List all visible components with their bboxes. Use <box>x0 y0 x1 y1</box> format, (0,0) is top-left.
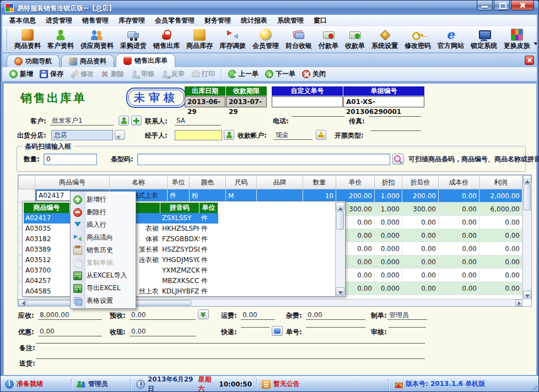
receivable-value[interactable]: 8,000.00 <box>38 311 102 320</box>
pick-customer-button[interactable] <box>118 116 129 126</box>
menu-item-copy-doc[interactable]: 复制单据 <box>71 257 136 269</box>
tab-close-button[interactable] <box>525 56 534 65</box>
toolbar-item-system-settings[interactable]: 系统设置 <box>368 27 401 52</box>
scroll-down-button[interactable] <box>336 287 344 296</box>
cost-cell[interactable]: 0.00 <box>439 269 479 282</box>
branch-field[interactable]: 总店 <box>51 130 113 140</box>
discount-cell[interactable]: 1.000 <box>375 189 402 203</box>
vscroll-thumb[interactable] <box>336 211 344 230</box>
custom-no-value[interactable] <box>272 96 343 107</box>
tab-goods-info[interactable]: 商品资料 <box>61 55 114 67</box>
col-price[interactable]: 单价 <box>336 176 375 189</box>
close-bill-button[interactable]: 关闭 <box>299 68 329 80</box>
menu-item-basic-info[interactable]: 基本信息 <box>4 15 41 26</box>
menu-item-system-mgmt[interactable]: 系统管理 <box>272 15 309 26</box>
toolbar-item-member-mgmt[interactable]: 会员管理 <box>249 27 282 52</box>
final-price-cell[interactable]: 0.00 <box>402 216 439 229</box>
fax-field[interactable] <box>369 116 421 117</box>
cost-cell[interactable]: 0.00 <box>439 282 479 295</box>
final-price-cell[interactable]: 0.00 <box>402 242 439 255</box>
qty-cell[interactable]: 10 <box>303 189 336 203</box>
discount-cell[interactable]: 1.000 <box>375 203 402 216</box>
profit-cell[interactable]: 0.00 <box>479 282 522 295</box>
handler-field[interactable] <box>175 130 222 140</box>
toolbar-item-supplier-info[interactable]: 供应商资料 <box>77 27 117 52</box>
maximize-button[interactable] <box>494 1 510 10</box>
barcode-input[interactable] <box>137 154 390 165</box>
scroll-down-button[interactable] <box>523 291 531 299</box>
profit-cell[interactable]: 0.00 <box>479 242 522 255</box>
cost-cell[interactable]: 0.00 <box>439 255 479 269</box>
cost-cell[interactable]: 0.00 <box>439 242 479 255</box>
misc-value[interactable]: 0.00 <box>306 311 365 320</box>
resize-grip[interactable] <box>530 383 537 390</box>
maker-value[interactable]: 管理员 <box>387 311 427 320</box>
scan-qty-input[interactable]: 0 <box>44 154 97 165</box>
menu-item-purchase-mgmt[interactable]: 进货管理 <box>41 15 77 26</box>
color-cell[interactable]: 粉 <box>190 189 226 203</box>
discount-cell[interactable]: 0.000 <box>375 282 402 295</box>
menu-item-delete-row[interactable]: 删除行 <box>71 206 136 219</box>
menu-item-excel-export[interactable]: 导出EXCEL <box>71 282 136 295</box>
menu-item-inventory-mgmt[interactable]: 库存管理 <box>114 15 150 26</box>
freight-value[interactable]: 0.00 <box>241 311 275 320</box>
scan-search-button[interactable] <box>392 154 404 165</box>
stockout-date-value[interactable]: 2013-06-29 <box>185 96 225 107</box>
cash-value[interactable]: 0.00 <box>130 327 196 336</box>
col-discount[interactable]: 折扣 <box>375 176 402 189</box>
col-color[interactable]: 颜色 <box>190 176 226 189</box>
toolbar-item-sales-out[interactable]: 销售出库 <box>150 27 183 52</box>
toolbar-item-purchase-in[interactable]: 采购进货 <box>117 27 150 52</box>
lookup-col-code[interactable]: 商品编号 <box>24 203 70 213</box>
profit-cell[interactable]: 6,000.00 <box>479 203 522 216</box>
final-price-cell[interactable]: 0.00 <box>402 229 439 242</box>
discount-cell[interactable]: 0.000 <box>375 229 402 242</box>
previous-bill-button[interactable]: 上一单 <box>225 68 262 80</box>
express-value[interactable] <box>241 327 270 328</box>
invoice-field[interactable] <box>370 130 421 131</box>
profit-cell[interactable]: 2,000.00 <box>479 189 522 203</box>
scroll-left-button[interactable] <box>18 300 25 306</box>
minimize-button[interactable] <box>477 1 493 10</box>
customer-field[interactable]: 批发客户1 <box>50 116 114 126</box>
tab-sales-stockout[interactable]: 销售出库单 <box>116 53 175 67</box>
col-size[interactable]: 尺码 <box>226 176 257 189</box>
toolbar-item-receipt-bill[interactable]: 收款单 <box>342 27 368 52</box>
discount-cell[interactable]: 0.000 <box>375 216 402 229</box>
menu-item-finance-mgmt[interactable]: 财务管理 <box>200 15 236 26</box>
final-price-cell[interactable]: 0.00 <box>402 282 439 295</box>
profit-cell[interactable]: 0.00 <box>479 269 522 282</box>
branch-picker-button[interactable] <box>115 130 125 140</box>
toolbar-item-change-skin[interactable]: 更换皮肤 <box>500 27 533 52</box>
menu-item-add-row[interactable]: 新增行 <box>71 193 136 206</box>
col-rownum[interactable] <box>19 176 35 189</box>
lookup-vscrollbar[interactable] <box>335 202 344 296</box>
chevron-down-icon[interactable] <box>533 42 537 47</box>
menu-item-member-retail-mgmt[interactable]: 会员零售管理 <box>150 15 200 26</box>
toolbar-item-goods-stock[interactable]: 商品库存 <box>183 27 216 52</box>
col-unit[interactable]: 单位 <box>168 176 190 189</box>
col-code[interactable]: 商品编号 <box>35 176 110 189</box>
menu-item-window[interactable]: 窗口 <box>309 15 332 26</box>
scroll-up-button[interactable] <box>336 202 344 210</box>
price-cell[interactable]: 200.00 <box>336 189 375 203</box>
phone-field[interactable] <box>292 116 344 117</box>
pick-handler-button[interactable] <box>224 130 234 140</box>
discount-cell[interactable]: 0.000 <box>375 269 402 282</box>
col-qty[interactable]: 数量 <box>303 176 336 189</box>
grid-vscrollbar[interactable] <box>522 175 531 299</box>
profit-cell[interactable]: 0.00 <box>479 216 522 229</box>
col-brand[interactable]: 品牌 <box>257 176 303 189</box>
cost-cell[interactable]: 0.00 <box>439 229 479 242</box>
auditor-value[interactable] <box>389 327 426 328</box>
cost-cell[interactable]: 0.00 <box>439 216 479 229</box>
pick-account-button[interactable] <box>316 130 326 140</box>
unit-cell[interactable]: 件 <box>168 189 190 203</box>
print-button[interactable]: 打印 <box>188 68 218 80</box>
discount-value[interactable]: 0.00 <box>38 327 102 336</box>
lookup-col-pinyin[interactable]: 拼音码 <box>160 203 200 213</box>
profit-cell[interactable]: 0.00 <box>479 255 522 269</box>
col-profit[interactable]: 利润 <box>479 176 522 189</box>
profit-cell[interactable]: 0.00 <box>479 229 522 242</box>
save-button[interactable]: 保存 <box>36 68 67 80</box>
